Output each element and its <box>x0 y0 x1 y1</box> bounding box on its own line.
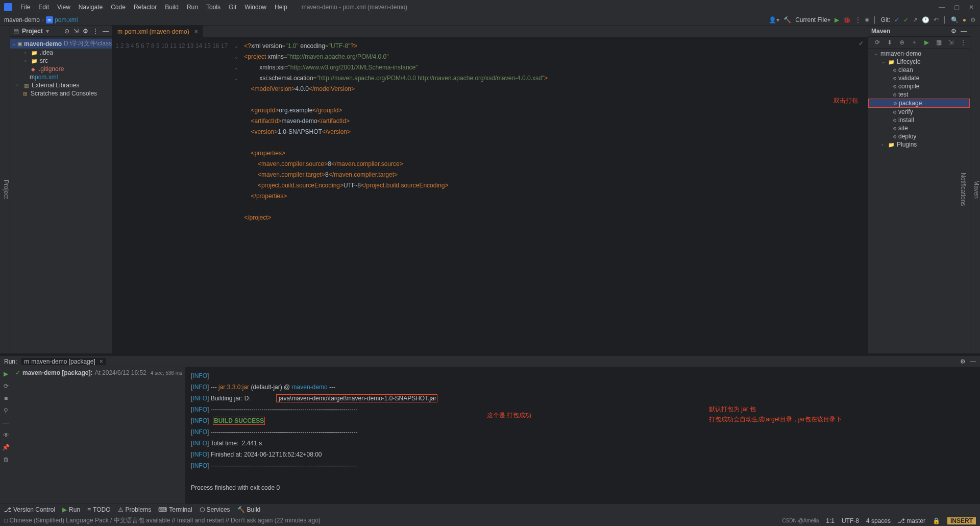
tree-external-libs[interactable]: ›▥External Libraries <box>10 81 112 89</box>
analysis-ok-icon[interactable]: ✓ <box>859 40 864 47</box>
menu-edit[interactable]: Edit <box>34 4 53 11</box>
status-position[interactable]: 1:1 <box>826 517 835 524</box>
select-opened-icon[interactable]: ⊙ <box>64 28 69 35</box>
tool-services[interactable]: ⬡Services <box>200 506 230 513</box>
maven-goal-deploy[interactable]: deploy <box>868 132 970 140</box>
code-content[interactable]: <?xml version="1.0" encoding="UTF-8"?> <… <box>240 38 548 353</box>
tree-root[interactable]: ⌄▣ maven-demoD:\学习文件\class110ja <box>10 39 112 49</box>
stop-run-icon[interactable]: ■ <box>4 395 8 402</box>
tree-scratches[interactable]: ⊞Scratches and Consoles <box>10 89 112 98</box>
rail-maven[interactable]: Maven <box>973 180 980 199</box>
run-tree-item[interactable]: ✓ maven-demo [package]: At 2024/6/12 16:… <box>15 369 182 376</box>
tree-pom[interactable]: mpom.xml <box>10 73 112 81</box>
maximize-icon[interactable]: ▢ <box>954 4 960 11</box>
search-icon[interactable]: 🔍 <box>951 16 959 23</box>
maven-hide-icon[interactable]: — <box>961 28 967 35</box>
maven-goal-test[interactable]: test <box>868 90 970 99</box>
maven-lifecycle[interactable]: ⌄📁Lifecycle <box>868 58 970 66</box>
collapse-icon[interactable]: ⋮ <box>92 28 99 35</box>
status-indent[interactable]: 4 spaces <box>866 517 891 524</box>
maven-expand-icon[interactable]: ⇲ <box>946 39 955 46</box>
refresh-icon[interactable]: ⟳ <box>4 382 9 390</box>
tab-close-icon[interactable]: × <box>194 28 198 35</box>
run-hide-icon[interactable]: — <box>970 358 976 365</box>
menu-view[interactable]: View <box>53 4 75 11</box>
debug-icon[interactable]: 🐞 <box>843 16 851 23</box>
run-tab[interactable]: mmaven-demo [package]× <box>21 358 106 365</box>
hide-panel-icon[interactable]: — <box>103 28 109 35</box>
maven-goal-package[interactable]: package <box>868 99 970 108</box>
rerun-icon[interactable]: ▶ <box>4 370 8 377</box>
maven-plugins[interactable]: ›📁Plugins <box>868 140 970 149</box>
menu-run[interactable]: Run <box>183 4 202 11</box>
maven-goal-validate[interactable]: validate <box>868 74 970 82</box>
maven-toggle-icon[interactable]: ▦ <box>934 39 943 46</box>
maven-reload-icon[interactable]: ⟳ <box>873 39 882 46</box>
tool-todo[interactable]: ≡TODO <box>87 506 110 513</box>
tree-folder-idea[interactable]: ›📁.idea <box>10 49 112 57</box>
run-settings-icon[interactable]: ⚙ <box>960 358 966 365</box>
menu-window[interactable]: Window <box>240 4 271 11</box>
maven-goal-site[interactable]: site <box>868 124 970 132</box>
show-icon[interactable]: 👁 <box>3 432 9 439</box>
project-view-icon[interactable]: ▤ <box>13 28 19 35</box>
menu-tools[interactable]: Tools <box>202 4 225 11</box>
maven-generate-icon[interactable]: ⬇ <box>885 39 894 46</box>
git-update-icon[interactable]: ✓ <box>894 16 899 23</box>
menu-build[interactable]: Build <box>161 4 183 11</box>
gear-icon[interactable]: ⚙ <box>83 28 88 35</box>
run-icon[interactable]: ▶ <box>835 16 839 23</box>
tab-pom[interactable]: mpom.xml (maven-demo)× <box>112 26 203 37</box>
expand-all-icon[interactable]: ⇲ <box>74 28 79 35</box>
user-icon[interactable]: 👤▾ <box>769 16 779 23</box>
status-insert-mode[interactable]: INSERT <box>947 517 976 524</box>
status-branch[interactable]: ⎇ master <box>898 517 925 524</box>
menu-navigate[interactable]: Navigate <box>75 4 107 11</box>
git-commit-icon[interactable]: ✓ <box>903 16 909 23</box>
close-icon[interactable]: ✕ <box>969 4 974 11</box>
rail-project[interactable]: Project <box>3 180 10 199</box>
rail-notifications[interactable]: Notifications <box>960 173 967 206</box>
maven-goal-compile[interactable]: compile <box>868 82 970 90</box>
lock-icon[interactable]: 🔒 <box>933 517 940 524</box>
maven-add-icon[interactable]: + <box>910 39 919 46</box>
filter-icon[interactable]: ⚲ <box>4 407 8 414</box>
maven-root[interactable]: ⌄mmaven-demo <box>868 50 970 58</box>
stop-icon[interactable]: ■ <box>865 16 869 23</box>
menu-file[interactable]: File <box>16 4 34 11</box>
menu-git[interactable]: Git <box>225 4 240 11</box>
maven-exec-icon[interactable]: ▶ <box>922 39 931 46</box>
status-encoding[interactable]: UTF-8 <box>842 517 859 524</box>
settings-icon[interactable]: ⚙ <box>970 16 976 23</box>
minimize-icon[interactable]: — <box>939 4 945 11</box>
menu-refactor[interactable]: Refactor <box>130 4 161 11</box>
maven-settings-icon[interactable]: ⚙ <box>951 28 957 35</box>
tool-problems[interactable]: ⚠Problems <box>118 506 152 513</box>
breadcrumb-project[interactable]: maven-demo <box>4 16 40 23</box>
run-config-selector[interactable]: Current File▾ <box>795 16 830 23</box>
git-push-icon[interactable]: ↗ <box>913 16 918 23</box>
trash-icon[interactable]: 🗑 <box>3 456 9 463</box>
tool-version-control[interactable]: ⎇Version Control <box>4 506 55 513</box>
git-rollback-icon[interactable]: ↶ <box>934 16 939 23</box>
status-message[interactable]: □ Chinese (Simplified) Language Pack / 中… <box>4 516 321 525</box>
tool-terminal[interactable]: ⌨Terminal <box>158 506 192 513</box>
fold-gutter[interactable]: ⌄ ⌄ ⌄ ⌄ <box>234 38 240 353</box>
tree-gitignore[interactable]: ◆.gitignore <box>10 65 112 73</box>
maven-more-icon[interactable]: ⋮ <box>959 39 968 46</box>
avatar-icon[interactable]: ● <box>963 16 966 23</box>
tool-run[interactable]: ▶Run <box>62 506 80 513</box>
tree-folder-src[interactable]: ›📁src <box>10 57 112 65</box>
menu-code[interactable]: Code <box>107 4 130 11</box>
maven-goal-install[interactable]: install <box>868 116 970 124</box>
maven-goal-verify[interactable]: verify <box>868 108 970 116</box>
maven-goal-clean[interactable]: clean <box>868 66 970 74</box>
git-history-icon[interactable]: 🕐 <box>922 16 929 23</box>
more-run-icon[interactable]: ⋮ <box>855 16 861 23</box>
maven-download-icon[interactable]: ⊕ <box>897 39 906 46</box>
menu-help[interactable]: Help <box>271 4 291 11</box>
hammer-icon[interactable]: 🔨 <box>783 16 791 23</box>
tool-build[interactable]: 🔨Build <box>237 506 261 513</box>
code-editor[interactable]: 1 2 3 4 5 6 7 8 9 10 11 12 13 14 15 16 1… <box>112 38 868 353</box>
breadcrumb-file[interactable]: pom.xml <box>55 16 78 23</box>
